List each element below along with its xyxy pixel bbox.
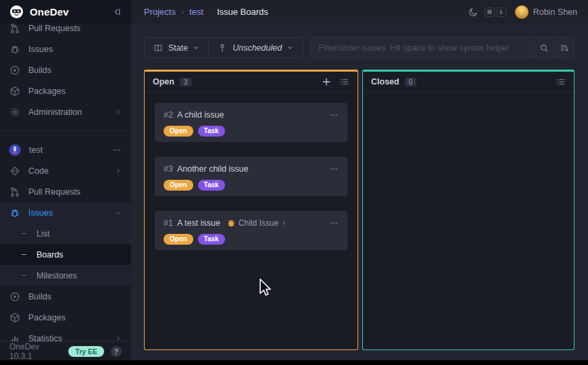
try-ee-badge[interactable]: Try EE — [68, 346, 104, 357]
topbar-right: ⌘ k Robin Shen — [468, 5, 577, 19]
type-label: Task — [198, 180, 225, 191]
breadcrumb-separator: · — [209, 7, 212, 17]
issue-labels: Open Task — [164, 126, 339, 137]
filter-input[interactable] — [310, 38, 533, 57]
sidebar-item-label: Pull Requests — [28, 24, 122, 33]
issue-number: #3 — [164, 164, 173, 174]
sidebar-item-issues-boards[interactable]: Boards — [0, 244, 131, 265]
chevron-down-icon — [193, 45, 199, 51]
add-issue-icon[interactable] — [322, 77, 331, 87]
state-dropdown-label: State — [168, 43, 188, 53]
help-icon[interactable]: ? — [111, 346, 122, 357]
onedev-logo-icon[interactable] — [9, 5, 24, 19]
sidebar-item-statistics[interactable]: Statistics — [0, 328, 131, 341]
sidebar-item-label: Issues — [28, 208, 107, 218]
issue-card[interactable]: #1 A test issue Child Issue — [155, 211, 347, 250]
sidebar-item-project-packages[interactable]: Packages — [0, 307, 131, 328]
issue-number: #2 — [164, 110, 173, 120]
sidebar-item-issues-list[interactable]: List — [0, 223, 131, 244]
user-name: Robin Shen — [533, 7, 577, 17]
card-menu-icon[interactable] — [329, 218, 339, 228]
state-dropdown-button[interactable]: State — [145, 38, 208, 57]
column-actions — [322, 77, 349, 87]
chevron-right-icon — [115, 109, 122, 116]
shortcut-hint: ⌘ k — [485, 7, 506, 17]
chevron-right-icon — [115, 335, 122, 342]
list-menu-icon[interactable] — [340, 77, 349, 87]
sidebar-item-label: Packages — [28, 313, 122, 322]
state-label: Open — [164, 126, 193, 137]
breadcrumb-projects-link[interactable]: Projects — [144, 7, 176, 17]
code-diamond-icon — [9, 166, 20, 176]
child-issue-link-label: Child Issue — [239, 218, 278, 228]
sidebar-item-packages[interactable]: Packages — [0, 80, 131, 101]
page-title: Issue Boards — [217, 7, 268, 17]
chevron-down-icon — [287, 45, 293, 51]
dark-mode-moon-icon[interactable] — [468, 7, 479, 17]
sidebar-item-builds[interactable]: Builds — [0, 59, 131, 80]
package-cube-icon — [9, 86, 20, 97]
sidebar: OneDev Pull Requests Issues — [0, 0, 131, 360]
sidebar-item-project-pull-requests[interactable]: Pull Requests — [0, 181, 131, 202]
sidebar-item-label: Administration — [28, 107, 107, 117]
sidebar-item-issues-milestones[interactable]: Milestones — [0, 265, 131, 286]
board-toolbar: State Unscheduled — [144, 37, 574, 58]
card-menu-icon[interactable] — [329, 110, 339, 120]
board-column-open: Open 3 #2 A child issue — [144, 70, 358, 350]
issue-title[interactable]: Another child issue — [177, 164, 249, 174]
sidebar-item-label: Builds — [28, 66, 122, 75]
column-header: Open 3 — [145, 72, 358, 93]
sidebar-item-administration[interactable]: Administration — [0, 101, 131, 122]
bug-icon — [9, 44, 20, 55]
sidebar-item-label: Packages — [28, 87, 122, 96]
sidebar-footer: OneDev 10.3.1 Try EE ? — [0, 341, 131, 360]
issue-card[interactable]: #2 A child issue Open Task — [155, 103, 347, 142]
filter-input-group — [310, 37, 574, 58]
command-key: ⌘ — [485, 7, 495, 17]
breadcrumb-project-link[interactable]: test — [189, 7, 203, 17]
state-columns-icon — [153, 43, 163, 53]
board-column-closed: Closed 0 — [362, 70, 574, 350]
list-menu-icon[interactable] — [556, 77, 566, 87]
k-key: k — [497, 7, 506, 17]
sidebar-item-label: Statistics — [28, 334, 107, 342]
collapse-sidebar-icon[interactable] — [112, 7, 122, 17]
sidebar-item-label: Boards — [36, 250, 122, 260]
type-label: Task — [198, 234, 225, 245]
ellipsis-icon[interactable] — [112, 145, 122, 155]
user-menu[interactable]: Robin Shen — [515, 5, 577, 19]
sidebar-item-project-test[interactable]: test — [0, 139, 131, 160]
sidebar-item-project-builds[interactable]: Builds — [0, 286, 131, 307]
onedev-app: OneDev Pull Requests Issues — [0, 0, 588, 360]
play-circle-icon — [9, 291, 20, 302]
issue-title[interactable]: A test issue — [177, 218, 220, 228]
sidebar-item-issues[interactable]: Issues — [0, 39, 131, 59]
chevron-right-icon — [115, 168, 122, 174]
version-label: OneDev 10.3.1 — [9, 342, 62, 361]
issue-title[interactable]: A child issue — [177, 110, 224, 120]
sidebar-item-label: test — [29, 145, 104, 155]
sidebar-item-code[interactable]: Code — [0, 160, 131, 181]
search-icon[interactable] — [533, 38, 554, 57]
sidebar-divider — [0, 130, 131, 131]
child-issue-link[interactable]: Child Issue — [226, 218, 287, 228]
rocket-icon — [9, 144, 21, 156]
issue-card[interactable]: #3 Another child issue Open Task — [155, 157, 347, 196]
sidebar-item-project-issues[interactable]: Issues — [0, 202, 131, 223]
order-icon[interactable] — [554, 38, 574, 57]
card-menu-icon[interactable] — [329, 164, 339, 174]
sidebar-item-label: Pull Requests — [28, 187, 122, 197]
sidebar-item-label: Code — [28, 166, 107, 176]
package-cube-icon — [9, 312, 20, 323]
column-title: Closed — [371, 77, 399, 87]
sidebar-item-label: Milestones — [36, 271, 122, 281]
column-actions — [556, 77, 566, 87]
milestone-dropdown-button[interactable]: Unscheduled — [208, 38, 302, 57]
sidebar-item-pull-requests[interactable]: Pull Requests — [0, 24, 131, 39]
type-label: Task — [198, 126, 225, 137]
sidebar-item-label: Issues — [28, 45, 122, 54]
breadcrumb: Projects › test · Issue Boards — [144, 7, 268, 17]
board-filter-group: State Unscheduled — [144, 37, 303, 58]
issue-board: Open 3 #2 A child issue — [144, 70, 574, 350]
milestone-dropdown-label: Unscheduled — [232, 43, 282, 53]
